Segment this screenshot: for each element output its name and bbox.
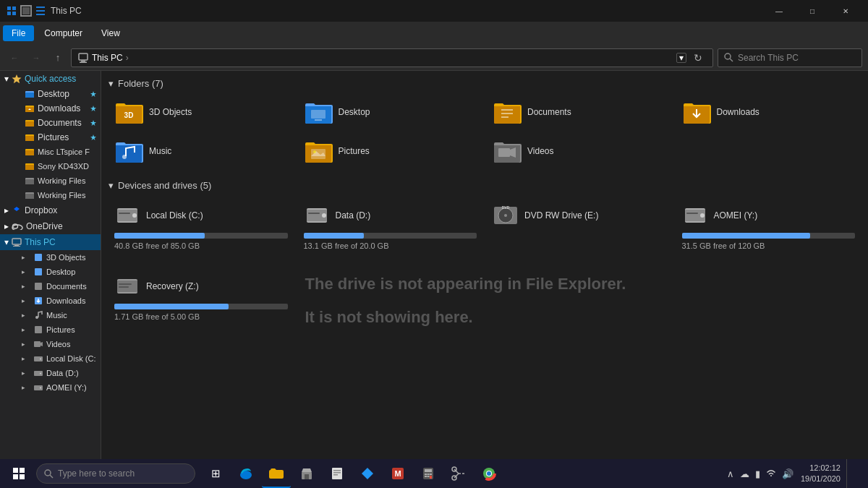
svg-rect-59 [498,148,510,157]
drive-d-info: 13.1 GB free of 20.0 GB [304,241,477,250]
sidebar-pictures2[interactable]: ▸ Pictures [0,322,101,337]
svg-rect-96 [305,474,309,479]
taskbar-store[interactable] [292,459,321,488]
start-button[interactable] [4,459,33,488]
maximize-button[interactable]: □ [796,0,829,22]
drive-d[interactable]: Data (D:) 13.1 GB free of 20.0 GB [298,197,483,256]
svg-rect-100 [333,474,338,476]
sidebar-misc-label: Misc LTspice F [38,147,90,156]
svg-rect-38 [35,268,42,275]
sidebar-3dobjects[interactable]: ▸ 3D Objects [0,250,101,265]
sidebar-documents2[interactable]: ▸ Documents [0,279,101,294]
folder-downloads-label: Downloads [717,107,760,117]
svg-rect-2 [7,12,11,15]
svg-rect-8 [36,14,45,15]
svg-rect-90 [13,474,18,479]
wifi-icon[interactable] [765,467,778,481]
taskbar-search[interactable]: Type here to search [36,463,195,484]
drive-z[interactable]: Recovery (Z:) 1.71 GB free of 5.00 GB [109,267,294,334]
sidebar-localdisk[interactable]: ▸ Local Disk (C: [0,351,101,366]
refresh-button[interactable]: ↻ [689,49,707,67]
drive-c-bar-bg [114,233,288,239]
folder-pictures-icon [304,138,333,164]
svg-rect-52 [315,119,322,121]
sidebar-item-misc[interactable]: Misc LTspice F [0,145,101,159]
menu-file[interactable]: File [3,25,34,41]
folder-videos[interactable]: Videos [487,134,672,168]
volume-icon[interactable]: 🔊 [780,467,795,481]
svg-rect-98 [333,470,341,471]
taskbar-red-app[interactable]: M [383,459,412,488]
dropbox-header[interactable]: ▸ Dropbox [0,202,101,218]
pc-icon [77,52,89,64]
taskbar-datetime: 12:02:12 19/01/2020 [801,463,841,485]
svg-point-71 [504,214,507,217]
up-button[interactable]: ↑ [49,49,67,67]
back-button[interactable]: ← [6,49,23,67]
drive-y[interactable]: AOMEI (Y:) 31.5 GB free of 120 GB [676,197,861,256]
drive-d-header: Data (D:) [304,202,477,228]
drive-y-info: 31.5 GB free of 120 GB [682,241,856,250]
drive-e[interactable]: DVD DVD RW Drive (E:) [487,197,672,256]
svg-rect-9 [79,53,88,60]
onedrive-header[interactable]: ▸ OneDrive [0,218,101,234]
menu-computer[interactable]: Computer [35,25,91,41]
sidebar-desktop2[interactable]: ▸ Desktop [0,265,101,279]
folder-documents[interactable]: Documents [487,95,672,129]
sidebar-item-documents[interactable]: Documents [0,116,101,130]
quick-access-header[interactable]: ▾ Quick access [0,71,101,87]
sidebar-item-working1[interactable]: Working Files [0,174,101,188]
folders-label: Folders (7) [118,78,163,89]
show-desktop-button[interactable] [846,459,864,488]
sidebar-downloads2[interactable]: ▸ Downloads [0,294,101,308]
forward-button[interactable]: → [27,49,45,67]
drive-z-info: 1.71 GB free of 5.00 GB [114,312,288,321]
folder-3dobjects-label: 3D Objects [149,107,192,117]
sidebar-item-downloads[interactable]: Downloads [0,101,101,116]
sidebar-videos[interactable]: ▸ Videos [0,337,101,351]
menu-view[interactable]: View [93,25,129,41]
dropbox-chevron: ▸ [4,205,9,215]
drive-z-name: Recovery (Z:) [146,281,199,291]
folder-3dobjects[interactable]: 3D 3D Objects [109,95,294,129]
search-bar[interactable]: Search This PC [718,48,862,67]
arrow-up-icon[interactable]: ∧ [726,467,736,481]
address-path[interactable]: This PC › ▾ ↻ [71,48,713,67]
taskbar-notes[interactable] [323,459,352,488]
taskbar-scissors[interactable] [444,459,473,488]
folders-section-header[interactable]: ▾ Folders (7) [109,78,861,89]
close-button[interactable]: ✕ [829,0,862,22]
sidebar-datad[interactable]: ▸ Data (D:) [0,366,101,380]
start-icon [12,467,25,480]
drive-e-header: DVD DVD RW Drive (E:) [493,202,666,228]
app-icon-1 [6,5,17,17]
taskbar-task-view[interactable]: ⊞ [201,459,230,488]
battery-icon[interactable]: ▮ [754,467,762,481]
sidebar-item-desktop[interactable]: Desktop [0,87,101,101]
this-pc-header[interactable]: ▾ This PC [0,234,101,250]
sidebar-item-pictures[interactable]: Pictures [0,130,101,145]
minimize-button[interactable]: — [762,0,796,22]
expand-button[interactable]: ▾ [676,53,686,63]
sidebar-aomei[interactable]: ▸ AOMEI (Y:) [0,380,101,395]
taskbar-chrome[interactable] [475,459,503,488]
sidebar-item-working2[interactable]: Working Files [0,188,101,202]
taskbar-explorer[interactable] [262,459,291,488]
sidebar-music[interactable]: ▸ Music [0,308,101,322]
svg-rect-107 [427,474,430,475]
cloud-icon[interactable]: ☁ [739,467,751,481]
drives-section-header[interactable]: ▾ Devices and drives (5) [109,180,861,191]
taskbar-blue-app[interactable] [353,459,382,488]
folder-downloads[interactable]: Downloads [676,95,861,129]
sidebar-item-sony[interactable]: Sony KD43XD [0,159,101,174]
desktop-folder-icon [25,89,35,99]
svg-text:DVD: DVD [502,205,510,210]
folder-desktop[interactable]: Desktop [298,95,483,129]
taskbar-edge[interactable] [231,459,260,488]
drive-c[interactable]: Local Disk (C:) 40.8 GB free of 85.0 GB [109,197,294,256]
this-pc-icon [12,237,22,247]
folder-music[interactable]: Music [109,134,294,168]
folder-pictures[interactable]: Pictures [298,134,483,168]
taskbar-calc[interactable] [414,459,443,488]
search-icon [724,53,733,62]
